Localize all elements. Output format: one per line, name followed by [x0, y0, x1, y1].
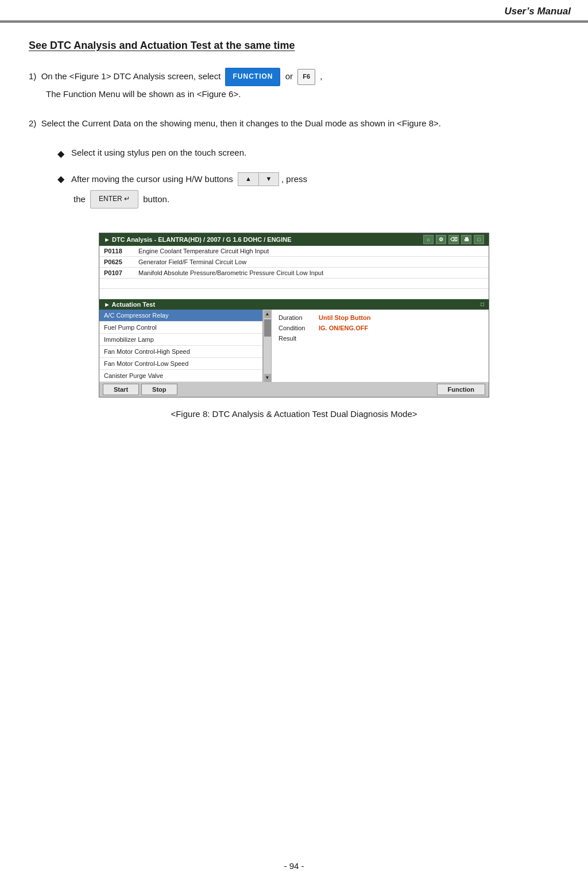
bullet-2-end: button. — [141, 191, 169, 207]
bullet-1-text: Select it using stylus pen on the touch … — [71, 145, 246, 160]
main-content: See DTC Analysis and Actuation Test at t… — [0, 22, 588, 470]
dtc-table: P0118 Engine Coolant Temperature Circuit… — [99, 246, 489, 299]
step-1-text: 1) On the <Figure 1> DTC Analysis screen… — [29, 68, 559, 86]
result-label: Result — [278, 335, 296, 342]
scroll-up[interactable]: ▲ — [264, 310, 271, 318]
scroll-down[interactable]: ▼ — [264, 374, 271, 382]
page-header: User’s Manual — [0, 0, 588, 22]
stop-button[interactable]: Stop — [141, 384, 177, 395]
table-row-empty — [99, 278, 489, 288]
bullet-item-1: ◆ Select it using stylus pen on the touc… — [57, 145, 559, 163]
table-row: P0118 Engine Coolant Temperature Circuit… — [99, 246, 489, 257]
up-icon: ▲ — [238, 172, 258, 186]
list-item[interactable]: Fuel Pump Control — [99, 322, 262, 334]
condition-value: IG. ON/ENG.OFF — [319, 325, 368, 331]
actuation-close-icon: □ — [481, 301, 484, 307]
function-button-inline: FUNCTION — [225, 68, 280, 86]
enter-button: ENTER ↵ — [90, 190, 138, 209]
function-button[interactable]: Function — [437, 384, 485, 395]
step-1-suffix: , — [320, 71, 322, 81]
actuation-list-container: A/C Compressor Relay Fuel Pump Control I… — [99, 310, 272, 382]
scroll-thumb[interactable] — [264, 319, 271, 337]
dtc-code: P0107 — [99, 267, 134, 278]
duration-value: Until Stop Button — [319, 314, 370, 321]
bullet-2-prefix: After moving the cursor using H/W button… — [71, 171, 235, 187]
page-footer: - 94 - — [0, 861, 588, 871]
scrollbar[interactable]: ▲ ▼ — [263, 310, 271, 382]
section-heading: See DTC Analysis and Actuation Test at t… — [29, 40, 559, 52]
bullet-list: ◆ Select it using stylus pen on the touc… — [57, 145, 559, 209]
back-icon: ⌫ — [448, 235, 459, 244]
detail-result-row: Result — [278, 335, 482, 342]
bullet-item-2: ◆ After moving the cursor using H/W butt… — [57, 170, 559, 208]
actuation-test-header: ► Actuation Test □ — [99, 299, 489, 310]
bullet-diamond-icon: ◆ — [57, 146, 64, 163]
manual-title: User’s Manual — [504, 6, 571, 17]
actuation-detail: Duration Until Stop Button Condition IG.… — [272, 310, 489, 382]
list-item[interactable]: A/C Compressor Relay — [99, 310, 262, 322]
actuation-title: ► Actuation Test — [104, 301, 155, 308]
close-icon: □ — [474, 235, 484, 244]
table-row: P0107 Manifold Absolute Pressure/Baromet… — [99, 267, 489, 278]
detail-condition-row: Condition IG. ON/ENG.OFF — [278, 325, 482, 331]
list-item[interactable]: Canister Purge Valve — [99, 370, 262, 382]
duration-label: Duration — [278, 314, 319, 321]
page-number: - 94 - — [284, 861, 304, 871]
list-item[interactable]: Fan Motor Control-High Speed — [99, 346, 262, 358]
dtc-code: P0118 — [99, 246, 134, 257]
bullet-2-the: the — [74, 191, 88, 207]
print-icon: 🖶 — [461, 235, 471, 244]
actuation-body: A/C Compressor Relay Fuel Pump Control I… — [99, 310, 489, 382]
step-2-block: 2) Select the Current Data on the showin… — [29, 115, 559, 131]
step-1-connector: or — [285, 71, 296, 81]
f6-button-inline: F6 — [297, 69, 315, 85]
header-icons: ⌂ ⚙ ⌫ 🖶 □ — [423, 235, 484, 244]
condition-label: Condition — [278, 325, 319, 331]
figure-container: ► DTC Analysis - ELANTRA(HD) / 2007 / G … — [29, 217, 559, 403]
table-row-empty — [99, 288, 489, 299]
dtc-desc: Manifold Absolute Pressure/Barometric Pr… — [134, 267, 489, 278]
screenshot: ► DTC Analysis - ELANTRA(HD) / 2007 / G … — [99, 233, 489, 397]
up-arrow-button: ▲ ▼ — [238, 172, 279, 186]
down-icon: ▼ — [258, 172, 279, 186]
screen-footer: Start Stop Function — [99, 382, 489, 397]
start-button[interactable]: Start — [103, 384, 139, 395]
bullet-diamond-icon-2: ◆ — [57, 171, 64, 188]
actuation-list: A/C Compressor Relay Fuel Pump Control I… — [99, 310, 263, 382]
dtc-analysis-header: ► DTC Analysis - ELANTRA(HD) / 2007 / G … — [99, 233, 489, 246]
step-2-text: 2) Select the Current Data on the showin… — [29, 115, 559, 131]
bullet-2-mid: , press — [281, 171, 307, 187]
step-1-block: 1) On the <Figure 1> DTC Analysis screen… — [29, 68, 559, 102]
figure-caption: <Figure 8: DTC Analysis & Actuation Test… — [29, 409, 559, 419]
dtc-desc: Engine Coolant Temperature Circuit High … — [134, 246, 489, 257]
table-row: P0625 Generator Field/F Terminal Circuit… — [99, 256, 489, 267]
step-1-prefix: 1) On the <Figure 1> DTC Analysis screen… — [29, 71, 223, 81]
dtc-desc: Generator Field/F Terminal Circuit Low — [134, 256, 489, 267]
dtc-code: P0625 — [99, 256, 134, 267]
gear-icon: ⚙ — [436, 235, 446, 244]
detail-duration-row: Duration Until Stop Button — [278, 314, 482, 321]
dtc-header-title: ► DTC Analysis - ELANTRA(HD) / 2007 / G … — [104, 236, 291, 243]
list-item[interactable]: Immobilizer Lamp — [99, 334, 262, 346]
step-1-line2: The Function Menu will be shown as in <F… — [29, 86, 559, 102]
list-item[interactable]: Fan Motor Control-Low Speed — [99, 358, 262, 370]
home-icon: ⌂ — [423, 235, 434, 244]
